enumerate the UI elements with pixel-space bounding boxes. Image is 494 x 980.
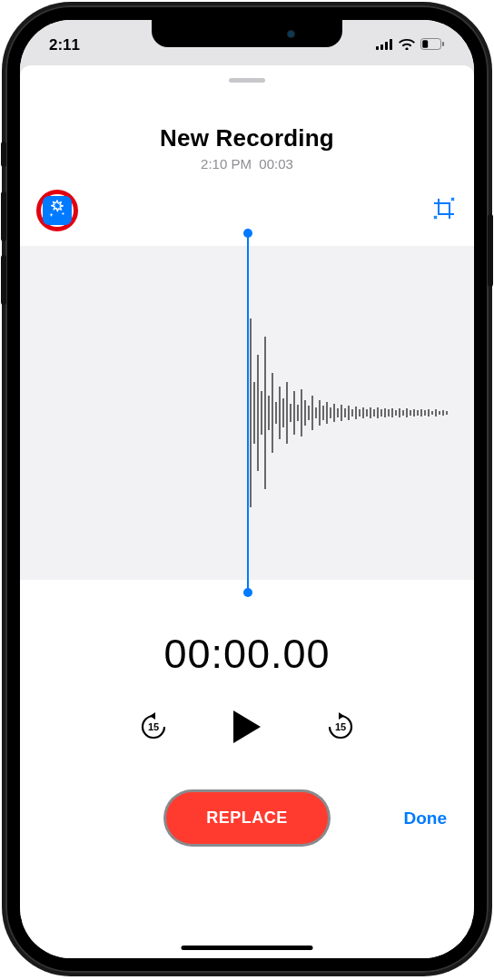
- svg-rect-5: [422, 40, 428, 48]
- svg-rect-3: [390, 39, 392, 50]
- waveform-icon: [247, 246, 474, 580]
- sheet-handle[interactable]: [229, 78, 265, 83]
- svg-rect-2: [385, 42, 388, 50]
- svg-rect-6: [442, 42, 444, 46]
- enhance-icon: [47, 199, 67, 222]
- cellular-icon: [376, 39, 393, 50]
- skip-forward-button[interactable]: 15: [325, 713, 356, 744]
- crop-icon: [431, 196, 457, 225]
- recording-duration: 00:03: [259, 156, 293, 172]
- trim-button[interactable]: [430, 197, 458, 224]
- recording-timestamp: 2:10 PM: [201, 156, 252, 172]
- editor-sheet: New Recording 2:10 PM 00:03: [20, 65, 474, 958]
- mute-switch: [1, 142, 6, 167]
- recording-meta: 2:10 PM 00:03: [20, 156, 474, 172]
- status-time: 2:11: [49, 36, 80, 54]
- playback-time: 00:00.00: [20, 631, 474, 678]
- phone-frame: 2:11 New Recording 2:10 PM 00:03: [5, 5, 489, 973]
- svg-rect-0: [376, 46, 379, 50]
- volume-up: [1, 191, 6, 241]
- skip-back-15-icon: 15: [138, 711, 169, 746]
- play-button[interactable]: [227, 709, 267, 749]
- skip-forward-15-icon: 15: [325, 711, 356, 746]
- done-button[interactable]: Done: [404, 808, 448, 828]
- replace-button[interactable]: REPLACE: [166, 792, 328, 844]
- waveform-area[interactable]: [20, 246, 474, 580]
- enhance-button[interactable]: [43, 196, 72, 225]
- volume-down: [1, 255, 6, 305]
- playback-controls: 15 15: [20, 709, 474, 749]
- bottom-actions: REPLACE Done: [20, 792, 474, 844]
- svg-rect-1: [380, 44, 383, 50]
- recording-title[interactable]: New Recording: [20, 124, 474, 152]
- power-button: [488, 214, 493, 287]
- edit-toolbar: [20, 188, 474, 233]
- annotation-highlight-circle: [36, 190, 78, 231]
- battery-icon: [420, 38, 445, 50]
- notch: [152, 20, 342, 47]
- screen: 2:11 New Recording 2:10 PM 00:03: [20, 20, 474, 958]
- svg-text:15: 15: [335, 721, 346, 732]
- playhead[interactable]: [247, 233, 249, 593]
- svg-text:15: 15: [148, 721, 159, 732]
- home-indicator[interactable]: [182, 946, 313, 950]
- play-icon: [231, 709, 263, 749]
- skip-back-button[interactable]: 15: [138, 713, 169, 744]
- wifi-icon: [399, 39, 415, 50]
